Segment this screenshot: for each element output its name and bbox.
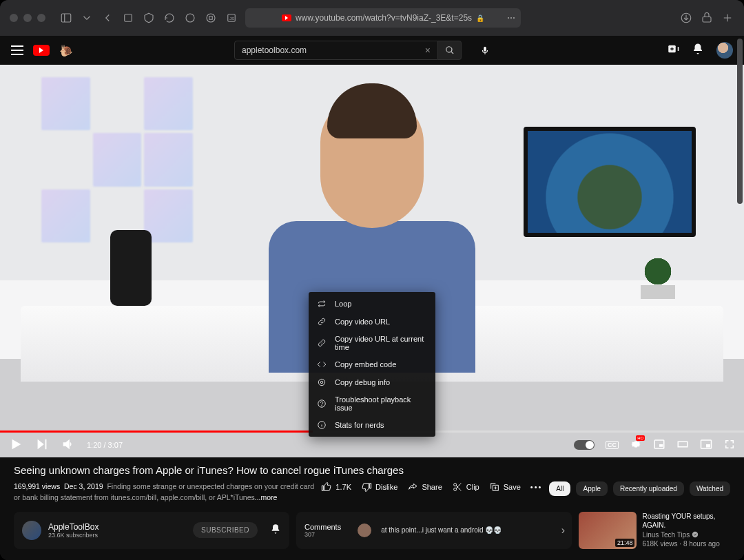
reload-icon[interactable] [163, 11, 176, 25]
subscribe-button[interactable]: SUBSCRIBED [193, 522, 258, 538]
comments-count: 307 [304, 531, 341, 538]
recommendation-title[interactable]: Roasting YOUR setups, AGAIN. [642, 512, 730, 530]
notifications-icon[interactable] [692, 43, 704, 58]
scrollbar[interactable] [737, 39, 743, 204]
extension-icon-1[interactable] [121, 11, 135, 25]
time-display: 1:20 / 3:07 [87, 441, 123, 449]
chevron-down-icon[interactable] [80, 11, 94, 25]
video-meta: 169,991 views Dec 3, 2019 Finding some s… [14, 481, 314, 504]
sidebar-icon[interactable] [59, 11, 73, 25]
voice-search-icon[interactable] [475, 41, 495, 60]
player-context-menu: Loop Copy video URL Copy video URL at cu… [309, 292, 435, 437]
account-avatar[interactable] [716, 42, 733, 59]
svg-point-29 [453, 488, 456, 490]
extension-icon-4[interactable] [204, 11, 218, 25]
ctx-copy-debug[interactable]: Copy debug info [309, 373, 435, 391]
svg-rect-27 [706, 444, 710, 448]
lock-icon: 🔒 [476, 14, 484, 22]
svg-point-4 [207, 14, 215, 22]
extension-icon-5[interactable]: JS [225, 11, 238, 25]
like-button[interactable]: 1.7K [321, 481, 351, 492]
snail-icon: 🐌 [59, 44, 73, 57]
channel-avatar[interactable] [22, 521, 41, 540]
downloads-icon[interactable] [679, 11, 693, 25]
share-button[interactable]: Share [407, 481, 442, 492]
recommendation-duration: 21:48 [615, 539, 635, 547]
url-text: www.youtube.com/watch?v=tvN9iaZ-_3E&t=25… [296, 13, 472, 23]
video-player[interactable]: Loop Copy video URL Copy video URL at cu… [0, 65, 744, 457]
pip-button[interactable] [700, 438, 712, 452]
search-input[interactable]: appletoolbox.com × [234, 41, 438, 60]
favicon-youtube-icon [282, 14, 291, 21]
extension-icon-2[interactable] [142, 11, 156, 25]
svg-rect-25 [678, 442, 688, 447]
show-more[interactable]: ...more [255, 493, 278, 501]
hd-badge: HD [636, 435, 645, 441]
miniplayer-button[interactable] [653, 438, 665, 452]
svg-point-28 [453, 484, 456, 486]
commenter-avatar [358, 523, 371, 537]
volume-icon[interactable] [61, 437, 76, 453]
save-button[interactable]: Save [489, 481, 521, 492]
recommendation-thumbnail[interactable]: 21:48 [579, 512, 637, 549]
notification-bell-icon[interactable] [270, 523, 281, 537]
theater-button[interactable] [676, 438, 689, 452]
search-form: appletoolbox.com × [234, 41, 462, 60]
svg-point-30 [692, 532, 698, 537]
captions-button[interactable]: CC [606, 441, 619, 449]
chip-apple[interactable]: Apple [576, 481, 608, 496]
youtube-header: 🐌 appletoolbox.com × [0, 36, 744, 65]
ctx-stats-nerds[interactable]: Stats for nerds [309, 416, 435, 434]
recommendation-channel[interactable]: Linus Tech Tips [642, 530, 730, 540]
recommendation-stats: 618K views · 8 hours ago [642, 539, 730, 549]
settings-button[interactable]: HD [630, 438, 642, 452]
svg-point-19 [322, 406, 322, 406]
comments-teaser[interactable]: Comments 307 at this point...i just want… [296, 512, 572, 549]
svg-point-3 [186, 14, 194, 22]
svg-rect-9 [703, 17, 711, 23]
chip-recent[interactable]: Recently uploaded [613, 481, 684, 496]
search-button[interactable] [438, 41, 462, 60]
page-settings-icon[interactable]: ⋯ [507, 13, 515, 23]
below-player: Seeing unknown charges from Apple or iTu… [0, 457, 744, 560]
youtube-logo[interactable] [33, 45, 50, 56]
more-actions-button[interactable]: ••• [530, 483, 543, 491]
ctx-troubleshoot[interactable]: Troubleshoot playback issue [309, 391, 435, 416]
video-actions: 1.7K Dislike Share Clip Save ••• [321, 481, 542, 492]
dislike-button[interactable]: Dislike [361, 481, 397, 492]
fullscreen-button[interactable] [723, 438, 736, 452]
back-icon[interactable] [101, 11, 114, 25]
clear-search-icon[interactable]: × [425, 45, 431, 56]
channel-name[interactable]: AppleToolBox [48, 522, 99, 532]
create-icon[interactable] [667, 43, 679, 58]
svg-text:JS: JS [229, 17, 234, 21]
svg-point-18 [318, 400, 326, 408]
browser-toolbar: JS www.youtube.com/watch?v=tvN9iaZ-_3E&t… [0, 0, 744, 36]
search-value: appletoolbox.com [242, 45, 307, 55]
channel-card[interactable]: AppleToolBox 23.6K subscribers SUBSCRIBE… [14, 512, 289, 549]
svg-rect-2 [125, 14, 132, 22]
ctx-copy-url-time[interactable]: Copy video URL at current time [309, 331, 435, 355]
share-icon[interactable] [700, 11, 714, 25]
ctx-copy-url[interactable]: Copy video URL [309, 313, 435, 331]
url-bar[interactable]: www.youtube.com/watch?v=tvN9iaZ-_3E&t=25… [245, 8, 521, 28]
comments-header: Comments [304, 523, 341, 531]
play-button[interactable] [8, 437, 23, 453]
autoplay-toggle[interactable] [574, 440, 595, 450]
clip-button[interactable]: Clip [452, 481, 479, 492]
next-button[interactable] [34, 437, 50, 453]
chevron-right-icon[interactable]: › [561, 524, 565, 537]
chip-watched[interactable]: Watched [690, 481, 730, 496]
top-comment: at this point...i just want a android 💀💀 [381, 526, 502, 534]
svg-point-16 [318, 379, 324, 385]
recommendation-card[interactable]: 21:48 Roasting YOUR setups, AGAIN. Linus… [579, 512, 730, 549]
ctx-copy-embed[interactable]: Copy embed code [309, 355, 435, 373]
new-tab-icon[interactable] [721, 11, 734, 25]
window-controls[interactable] [10, 14, 45, 22]
guide-menu-icon[interactable] [11, 45, 23, 55]
svg-rect-24 [659, 444, 663, 447]
filter-chips: All Apple Recently uploaded Watched [549, 481, 730, 496]
chip-all[interactable]: All [549, 481, 570, 496]
extension-icon-3[interactable] [183, 11, 197, 25]
ctx-loop[interactable]: Loop [309, 295, 435, 313]
